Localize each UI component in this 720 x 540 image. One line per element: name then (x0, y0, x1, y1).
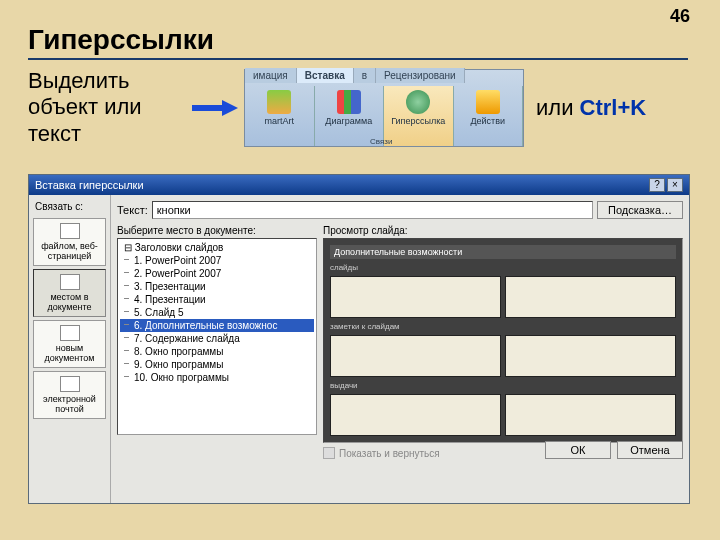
sidebar-item-file[interactable]: файлом, веб-страницей (33, 218, 106, 266)
hyperlink-dialog: Вставка гиперссылки ? × Связать с: файло… (28, 174, 690, 504)
outline-item[interactable]: 5. Слайд 5 (120, 306, 314, 319)
sidebar-label: Связать с: (35, 201, 104, 212)
doc-place-icon (60, 274, 80, 290)
preview-title: Дополнительные возможности (330, 245, 676, 259)
top-row: Выделить объект или текст имация Вставка… (28, 68, 720, 147)
outline-item[interactable]: 7. Содержание слайда (120, 332, 314, 345)
ribbon-group-label: Связи (370, 137, 392, 146)
email-icon (60, 376, 80, 392)
preview-thumb (505, 335, 676, 377)
ribbon-item-action[interactable]: Действи (454, 86, 524, 146)
dialog-title: Вставка гиперссылки (35, 179, 144, 191)
svg-rect-0 (192, 105, 222, 111)
checkbox-label: Показать и вернуться (339, 448, 440, 459)
ribbon-tabs: имация Вставка в Рецензировани (245, 68, 465, 83)
ok-button[interactable]: ОК (545, 441, 611, 459)
dialog-sidebar: Связать с: файлом, веб-страницей местом … (29, 195, 111, 503)
outline-item[interactable]: 9. Окно программы (120, 358, 314, 371)
outline-item[interactable]: 10. Окно программы (120, 371, 314, 384)
ribbon-tab-active[interactable]: Вставка (297, 68, 354, 83)
help-button[interactable]: ? (649, 178, 665, 192)
ribbon-tab[interactable]: имация (245, 68, 297, 83)
outline-item[interactable]: 1. PowerPoint 2007 (120, 254, 314, 267)
shortcut-text: или Ctrl+K (536, 95, 646, 121)
preview-thumb (330, 335, 501, 377)
cancel-button[interactable]: Отмена (617, 441, 683, 459)
show-return-checkbox[interactable] (323, 447, 335, 459)
slide-title: Гиперссылки (28, 24, 688, 60)
outline-root[interactable]: ⊟ Заголовки слайдов (120, 241, 314, 254)
file-web-icon (60, 223, 80, 239)
slide-preview: Дополнительные возможности слайды заметк… (323, 238, 683, 443)
page-number: 46 (670, 6, 690, 27)
outline-tree[interactable]: ⊟ Заголовки слайдов 1. PowerPoint 2007 2… (117, 238, 317, 435)
preview-thumb (505, 276, 676, 318)
close-button[interactable]: × (667, 178, 683, 192)
outline-item[interactable]: 4. Презентации (120, 293, 314, 306)
preview-thumb (330, 394, 501, 436)
arrow-right-icon (192, 98, 238, 118)
outline-item[interactable]: 8. Окно программы (120, 345, 314, 358)
preview-thumb (330, 276, 501, 318)
preview-label: Просмотр слайда: (323, 225, 683, 236)
outline-label: Выберите место в документе: (117, 225, 317, 236)
text-label: Текст: (117, 204, 148, 216)
outline-item[interactable]: 3. Презентации (120, 280, 314, 293)
sidebar-item-place[interactable]: местом в документе (33, 269, 106, 317)
new-doc-icon (60, 325, 80, 341)
svg-marker-1 (222, 100, 238, 116)
dialog-main: Текст: Подсказка… Выберите место в докум… (111, 195, 689, 503)
preview-thumb (505, 394, 676, 436)
hint-button[interactable]: Подсказка… (597, 201, 683, 219)
ribbon-item-hyperlink[interactable]: Гиперссылка (384, 86, 454, 146)
sidebar-item-newdoc[interactable]: новым документом (33, 320, 106, 368)
outline-item[interactable]: 2. PowerPoint 2007 (120, 267, 314, 280)
ribbon-tab[interactable]: в (354, 68, 376, 83)
ribbon-tab[interactable]: Рецензировани (376, 68, 465, 83)
sidebar-item-email[interactable]: электронной почтой (33, 371, 106, 419)
dialog-titlebar: Вставка гиперссылки ? × (29, 175, 689, 195)
text-input[interactable] (152, 201, 593, 219)
outline-item-selected[interactable]: 6. Дополнительные возможнос (120, 319, 314, 332)
ribbon-item-smartart[interactable]: martArt (245, 86, 315, 146)
instruction-text: Выделить объект или текст (28, 68, 188, 147)
ribbon-fragment: имация Вставка в Рецензировани martArt Д… (244, 69, 524, 147)
